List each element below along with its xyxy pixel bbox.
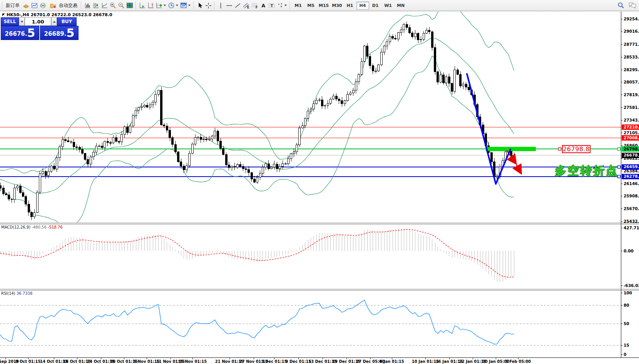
autotrading-icon <box>49 1 57 10</box>
svg-text:25908.0: 25908.0 <box>624 194 639 198</box>
label-tool-icon[interactable]: T <box>267 1 276 10</box>
buy-button[interactable]: BUY <box>57 17 77 26</box>
templates-dropdown-icon[interactable] <box>188 5 191 6</box>
timeframe-d1[interactable]: D1 <box>369 2 382 10</box>
indicators-icon[interactable] <box>155 1 163 10</box>
new-order-label: 新订单 <box>6 2 20 9</box>
templates-icon[interactable] <box>179 1 188 10</box>
line-chart-icon[interactable] <box>100 1 109 10</box>
timeframe-w1[interactable]: W1 <box>382 2 395 10</box>
cursor-icon[interactable] <box>196 1 204 10</box>
svg-text:-636.02: -636.02 <box>624 283 639 288</box>
svg-text:100: 100 <box>624 291 632 295</box>
search-icon[interactable] <box>617 1 625 10</box>
sell-button[interactable]: SELL <box>1 17 19 26</box>
horizontal-line-tool-icon[interactable] <box>225 1 233 10</box>
svg-text:28057.0: 28057.0 <box>624 80 639 84</box>
macd-main-value: -480.56 <box>32 225 47 229</box>
periods-dropdown-icon[interactable] <box>176 5 178 6</box>
svg-text:27105.0: 27105.0 <box>624 130 639 135</box>
chart-shift-icon[interactable] <box>146 1 155 10</box>
timeframe-m5[interactable]: M5 <box>304 2 317 10</box>
horizontal-level-lines[interactable] <box>0 127 621 176</box>
timeframe-mn[interactable]: MN <box>395 2 407 10</box>
svg-text:28771.0: 28771.0 <box>624 42 639 47</box>
toolbar-grip <box>2 2 3 9</box>
new-order-button[interactable]: 新订单 <box>4 1 22 10</box>
macd-signal-value: -518.76 <box>48 225 63 229</box>
new-order-icon[interactable] <box>22 1 30 10</box>
svg-text:27819.0: 27819.0 <box>624 92 639 97</box>
zoom-out-icon[interactable] <box>117 1 125 10</box>
svg-text:28533.0: 28533.0 <box>624 55 639 59</box>
svg-text:16 Jan 01:15: 16 Jan 01:15 <box>436 359 463 364</box>
volume-input[interactable]: 1.00 <box>25 17 51 26</box>
svg-text:26678.0: 26678.0 <box>624 153 639 157</box>
volume-increase-button[interactable] <box>51 17 57 26</box>
toolbar-separator <box>289 2 290 9</box>
arrows-tool-icon[interactable] <box>276 1 284 10</box>
chart-symbol-line: HK50-,H4 26701.0 26722.0 26523.0 26678.0 <box>2 12 112 17</box>
price-axis[interactable]: 29254.029016.028771.028533.028295.028057… <box>621 17 639 357</box>
one-click-trading-panel: SELL 1.00 BUY 26676.5 26689.5 <box>1 17 79 40</box>
timeframe-m1[interactable]: M1 <box>292 2 304 10</box>
text-tool-icon[interactable]: A <box>259 1 267 10</box>
svg-text:427.71: 427.71 <box>624 225 639 230</box>
sell-price[interactable]: 26676.5 <box>1 26 39 40</box>
sell-price-main: 26676. <box>5 29 27 39</box>
turning-point-annotation[interactable]: 多空转折点 <box>555 163 618 179</box>
svg-text:29254.0: 29254.0 <box>624 17 639 21</box>
svg-text:26278.4: 26278.4 <box>624 174 639 179</box>
svg-text:F: F <box>255 5 258 8</box>
zoom-in-icon[interactable] <box>109 1 117 10</box>
svg-text:E: E <box>247 5 249 8</box>
svg-text:0: 0 <box>624 352 626 357</box>
macd-indicator-label: MACD(12,26,9) -480.56 -518.76 <box>1 225 63 229</box>
rsi-value: 36.7338 <box>17 291 32 296</box>
time-axis[interactable]: 30 Sep 20198 Oct 01:1514 Oct 01:1518 Oct… <box>0 357 531 364</box>
buy-price[interactable]: 26689.5 <box>40 26 79 40</box>
symbol-name: HK50-,H4 <box>7 12 29 17</box>
price-callout-label[interactable]: 26798.8 <box>562 145 590 153</box>
svg-text:15: 15 <box>624 343 629 347</box>
fibonacci-tool-icon[interactable]: F <box>250 1 259 10</box>
autotrading-button[interactable]: 自动交易 <box>47 1 79 10</box>
one-click-collapse-icon[interactable] <box>2 13 5 16</box>
vertical-line-tool-icon[interactable] <box>216 1 225 10</box>
bar-chart-icon[interactable] <box>83 1 92 10</box>
periods-clock-icon[interactable] <box>167 1 176 10</box>
svg-text:25670.0: 25670.0 <box>624 206 639 211</box>
svg-text:8 Oct 01:15: 8 Oct 01:15 <box>16 359 41 364</box>
candlestick-chart-icon[interactable] <box>92 1 100 10</box>
timeframe-m15[interactable]: M15 <box>317 2 330 10</box>
chart-canvas[interactable]: 29254.029016.028771.028533.028295.028057… <box>0 12 639 364</box>
rsi-panel <box>0 300 621 345</box>
timeframe-h1[interactable]: H1 <box>344 2 356 10</box>
trendline-tool-icon[interactable] <box>233 1 242 10</box>
svg-text:80: 80 <box>624 303 629 307</box>
tile-windows-icon[interactable] <box>125 1 134 10</box>
buy-price-pips: 5 <box>67 27 75 39</box>
svg-text:27008.4: 27008.4 <box>624 135 639 140</box>
svg-text:28295.0: 28295.0 <box>624 67 639 72</box>
timeframe-m30[interactable]: M30 <box>330 2 343 10</box>
chat-icon[interactable] <box>628 1 637 10</box>
timeframe-h4[interactable]: H4 <box>356 2 369 10</box>
market-watch-icon[interactable] <box>30 1 38 10</box>
crosshair-icon[interactable] <box>204 1 212 10</box>
auto-scroll-icon[interactable] <box>138 1 146 10</box>
svg-text:5 Nov 01:15: 5 Nov 01:15 <box>134 359 160 364</box>
arrows-dropdown-icon[interactable] <box>284 5 287 6</box>
mt4-window: 新订单 自动交易 <box>0 0 639 364</box>
svg-text:50: 50 <box>624 321 629 326</box>
signals-icon[interactable] <box>38 1 47 10</box>
svg-text:27581.0: 27581.0 <box>624 105 639 110</box>
svg-text:25432.0: 25432.0 <box>624 219 639 224</box>
svg-text:29016.0: 29016.0 <box>624 29 639 33</box>
svg-text:0.00: 0.00 <box>624 249 634 253</box>
channel-tool-icon[interactable]: E <box>242 1 250 10</box>
indicators-dropdown-icon[interactable] <box>164 5 166 6</box>
svg-text:T: T <box>270 3 273 8</box>
main-toolbar: 新订单 自动交易 <box>0 0 639 11</box>
volume-decrease-button[interactable] <box>19 17 25 26</box>
